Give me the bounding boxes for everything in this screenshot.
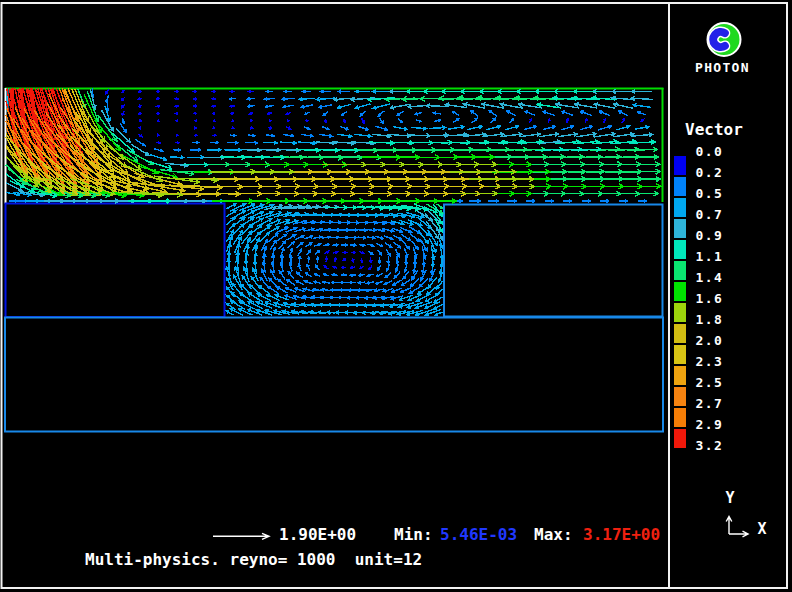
legend-color-swatch	[674, 240, 686, 259]
legend-label: 0.9	[696, 228, 724, 243]
legend-title: Vector	[685, 120, 743, 139]
legend-label: 0.0	[696, 144, 724, 159]
legend-color-swatch	[674, 408, 686, 427]
legend-label: 0.2	[696, 165, 724, 180]
axis-y-label: Y	[726, 489, 735, 507]
photon-viewport[interactable]: Vector 0.00.20.50.70.91.11.41.61.82.02.3…	[0, 0, 792, 592]
axis-x-arrow	[729, 531, 748, 537]
legend-label: 2.3	[696, 354, 724, 369]
legend-color-swatch	[674, 387, 686, 406]
reference-vector-arrow	[213, 533, 269, 539]
legend-label: 0.7	[696, 207, 724, 222]
min-label: Min:	[394, 525, 433, 544]
legend-label: 2.0	[696, 333, 724, 348]
legend-color-bar	[674, 156, 686, 448]
photon-logo: PHOTON	[695, 23, 750, 75]
footer-text: Multi-physics. reyno= 1000 unit=12	[85, 550, 422, 569]
domain-block-outline	[6, 204, 225, 318]
min-value: 5.46E-03	[440, 525, 517, 544]
legend-label: 1.1	[696, 249, 724, 264]
legend-color-swatch	[674, 282, 686, 301]
legend-label: 1.4	[696, 270, 724, 285]
legend-color-swatch	[674, 177, 686, 196]
axis-indicator: Y X	[726, 489, 767, 538]
legend-label: 0.5	[696, 186, 724, 201]
legend-label: 1.8	[696, 312, 724, 327]
legend-label: 2.5	[696, 375, 724, 390]
max-label: Max:	[534, 525, 573, 544]
legend-color-swatch	[674, 198, 686, 217]
axis-y-arrow	[726, 517, 732, 535]
legend-label: 2.9	[696, 417, 724, 432]
legend-color-swatch	[674, 324, 686, 343]
legend-color-swatch	[674, 219, 686, 238]
photon-logo-icon	[708, 23, 741, 56]
reference-vector-value: 1.90E+00	[279, 525, 356, 544]
legend-color-swatch	[674, 345, 686, 364]
axis-x-label: X	[758, 520, 767, 538]
legend-labels: 0.00.20.50.70.91.11.41.61.82.02.32.52.72…	[696, 144, 724, 453]
photon-logo-label: PHOTON	[695, 60, 750, 75]
max-value: 3.17E+00	[583, 525, 660, 544]
legend-color-swatch	[674, 261, 686, 280]
legend-color-swatch	[674, 156, 686, 175]
vector-field	[6, 89, 661, 316]
legend-label: 1.6	[696, 291, 724, 306]
legend-label: 2.7	[696, 396, 724, 411]
legend-label: 3.2	[696, 438, 724, 453]
legend-color-swatch	[674, 366, 686, 385]
caption: 1.90E+00 Min: 5.46E-03 Max: 3.17E+00 Mul…	[85, 525, 660, 569]
domain-block-outline	[5, 318, 663, 432]
legend-color-swatch	[674, 429, 686, 448]
legend-color-swatch	[674, 303, 686, 322]
legend: Vector 0.00.20.50.70.91.11.41.61.82.02.3…	[674, 120, 743, 453]
photon-window: Vector 0.00.20.50.70.91.11.41.61.82.02.3…	[0, 0, 792, 592]
domain-block-outline	[444, 205, 663, 317]
